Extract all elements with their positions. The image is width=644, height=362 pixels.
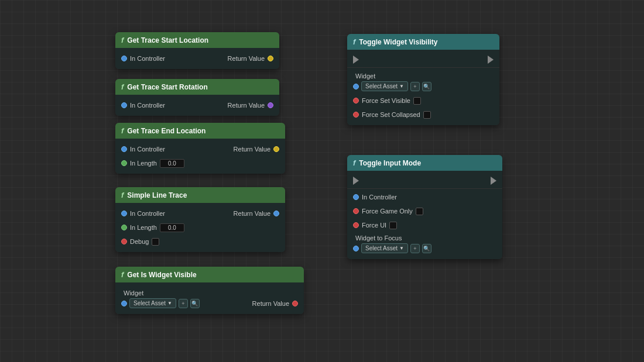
asset-search-btn[interactable]: 🔍 — [422, 82, 431, 91]
pin-in-controller[interactable] — [121, 102, 127, 108]
pin-debug[interactable] — [121, 239, 127, 244]
node-body: In Controller Return Value In Length Deb… — [115, 203, 285, 252]
node-row-controller: In Controller — [347, 190, 502, 204]
pin-force-visible[interactable] — [353, 98, 359, 104]
node-row-controller: In Controller Return Value — [115, 206, 285, 220]
node-row-widget: Widget Select Asset ▼ + 🔍 Return Val — [115, 286, 304, 311]
node-title: Toggle Widget Visibility — [359, 38, 437, 46]
node-title: Simple Line Trace — [127, 191, 187, 199]
select-asset-focus-button[interactable]: Select Asset ▼ — [361, 243, 408, 253]
asset-search-btn[interactable]: 🔍 — [190, 299, 200, 308]
node-body: Widget Select Asset ▼ + 🔍 Return Val — [115, 282, 304, 314]
pin-widget[interactable] — [121, 301, 127, 306]
asset-plus-btn[interactable]: + — [179, 299, 188, 308]
pin-return-value[interactable] — [268, 56, 273, 61]
node-title: Toggle Input Mode — [359, 159, 421, 167]
node-row-force-game-only: Force Game Only — [347, 204, 502, 218]
node-body: In Controller Return Value — [115, 48, 279, 69]
node-title: Get Trace End Location — [127, 127, 205, 135]
force-ui-checkbox[interactable] — [389, 222, 397, 229]
node-header: f Simple Line Trace — [115, 187, 285, 203]
in-length-input[interactable] — [160, 159, 184, 168]
pin-return-value[interactable] — [268, 102, 273, 108]
exec-in-pin[interactable] — [353, 56, 359, 64]
pin-in-controller[interactable] — [121, 211, 127, 216]
pin-widget-focus[interactable] — [353, 246, 359, 251]
pin-force-ui[interactable] — [353, 222, 359, 228]
exec-out-pin[interactable] — [488, 56, 494, 64]
select-asset-button[interactable]: Select Asset ▼ — [361, 81, 408, 91]
node-row-widget-focus: Widget to Focus Select Asset ▼ + 🔍 — [347, 232, 502, 256]
node-get-is-widget-visible: f Get Is Widget Visible Widget Select As… — [115, 267, 304, 314]
pin-widget[interactable] — [353, 84, 359, 89]
node-title: Get Trace Start Rotation — [127, 83, 207, 91]
node-row-length: In Length — [115, 156, 285, 170]
function-icon: f — [121, 82, 124, 91]
pin-return-value[interactable] — [273, 211, 279, 216]
node-row-force-ui: Force UI — [347, 218, 502, 232]
node-header: f Get Is Widget Visible — [115, 267, 304, 282]
node-header: f Toggle Input Mode — [347, 155, 502, 171]
function-icon: f — [121, 191, 124, 199]
pin-return-value[interactable] — [273, 146, 279, 152]
node-body: In Controller Return Value — [115, 95, 279, 116]
asset-selector: Select Asset ▼ + 🔍 — [129, 298, 200, 308]
node-get-trace-end-location: f Get Trace End Location In Controller R… — [115, 123, 285, 174]
node-row-length: In Length — [115, 220, 285, 235]
asset-focus-plus-btn[interactable]: + — [410, 244, 420, 253]
exec-row — [347, 53, 499, 66]
node-get-trace-start-location: f Get Trace Start Location In Controller… — [115, 32, 279, 69]
function-icon: f — [353, 37, 355, 46]
node-row-controller: In Controller Return Value — [115, 142, 285, 156]
node-get-trace-start-rotation: f Get Trace Start Rotation In Controller… — [115, 79, 279, 116]
asset-selector-focus: Select Asset ▼ + 🔍 — [361, 243, 431, 253]
asset-selector: Select Asset ▼ + 🔍 — [361, 81, 431, 91]
exec-in-pin[interactable] — [353, 177, 359, 185]
node-row: In Controller Return Value — [115, 98, 279, 112]
node-header: f Get Trace End Location — [115, 123, 285, 139]
divider — [347, 188, 502, 189]
force-game-only-checkbox[interactable] — [416, 208, 423, 215]
node-title: Get Trace Start Location — [127, 36, 208, 44]
in-length-input[interactable] — [160, 223, 184, 232]
asset-plus-btn[interactable]: + — [410, 82, 420, 91]
pin-in-length[interactable] — [121, 160, 127, 166]
select-asset-button[interactable]: Select Asset ▼ — [129, 298, 176, 308]
node-body: In Controller Return Value In Length — [115, 139, 285, 174]
node-toggle-input-mode: f Toggle Input Mode In Controller — [347, 155, 502, 259]
blueprint-canvas: f Get Trace Start Location In Controller… — [0, 0, 644, 362]
function-icon: f — [121, 126, 124, 135]
exec-out-pin[interactable] — [491, 177, 496, 185]
node-row-force-collapsed: Force Set Collapsed — [347, 108, 499, 122]
node-toggle-widget-visibility: f Toggle Widget Visibility Widget Select… — [347, 34, 499, 125]
node-row: In Controller Return Value — [115, 51, 279, 65]
node-title: Get Is Widget Visible — [127, 271, 196, 279]
node-body: In Controller Force Game Only Force UI — [347, 171, 502, 259]
pin-in-controller[interactable] — [353, 194, 359, 200]
node-header: f Get Trace Start Location — [115, 32, 279, 48]
pin-return-value[interactable] — [292, 301, 298, 306]
node-header: f Get Trace Start Rotation — [115, 79, 279, 95]
node-row-force-visible: Force Set Visible — [347, 94, 499, 108]
node-body: Widget Select Asset ▼ + 🔍 Force S — [347, 50, 499, 125]
asset-focus-search-btn[interactable]: 🔍 — [422, 244, 431, 253]
pin-force-collapsed[interactable] — [353, 112, 359, 118]
pin-in-controller[interactable] — [121, 146, 127, 152]
exec-row — [347, 174, 502, 187]
debug-checkbox[interactable] — [152, 238, 159, 246]
pin-in-length[interactable] — [121, 225, 127, 230]
node-row-debug: Debug — [115, 235, 285, 249]
function-icon: f — [353, 158, 355, 167]
divider — [347, 67, 499, 68]
function-icon: f — [121, 36, 124, 44]
pin-in-controller[interactable] — [121, 56, 127, 61]
function-icon: f — [121, 270, 124, 279]
pin-force-game-only[interactable] — [353, 208, 359, 214]
force-collapsed-checkbox[interactable] — [423, 111, 431, 119]
force-visible-checkbox[interactable] — [413, 97, 421, 105]
node-header: f Toggle Widget Visibility — [347, 34, 499, 50]
node-row-widget: Widget Select Asset ▼ + 🔍 — [347, 69, 499, 94]
node-simple-line-trace: f Simple Line Trace In Controller Return… — [115, 187, 285, 252]
